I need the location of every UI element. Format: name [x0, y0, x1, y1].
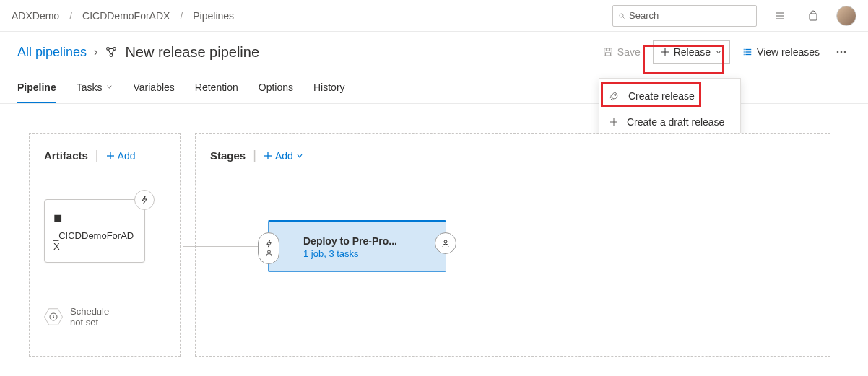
view-releases-button[interactable]: View releases — [734, 40, 828, 64]
canvas: Artifacts | Add ◆ _CICDDemoForADX Schedu… — [0, 104, 868, 376]
search-input[interactable] — [629, 10, 750, 21]
svg-point-21 — [841, 51, 843, 53]
artifact-card[interactable]: ◆ _CICDDemoForADX — [44, 199, 145, 263]
top-bar: ADXDemo / CICDDemoForADX / Pipelines — [0, 0, 868, 32]
schedule-label: Schedule not set — [70, 306, 113, 328]
avatar[interactable] — [836, 6, 856, 26]
rocket-icon — [609, 91, 620, 101]
plus-icon — [264, 152, 272, 160]
svg-point-32 — [444, 240, 447, 243]
all-pipelines-link[interactable]: All pipelines — [17, 45, 87, 60]
breadcrumb-section[interactable]: Pipelines — [193, 10, 234, 22]
search-box[interactable] — [612, 5, 757, 27]
breadcrumb-separator: / — [69, 10, 72, 22]
chevron-down-icon — [296, 152, 303, 159]
list-view-icon[interactable] — [770, 6, 790, 26]
stages-header: Stages | Add — [210, 148, 815, 163]
svg-point-7 — [113, 48, 116, 51]
svg-point-20 — [837, 51, 839, 53]
breadcrumb-separator: / — [180, 10, 183, 22]
breadcrumb: ADXDemo / CICDDemoForADX / Pipelines — [12, 10, 234, 22]
artifacts-header: Artifacts | Add — [44, 148, 165, 163]
clock-hex — [44, 307, 63, 326]
artifacts-panel: Artifacts | Add ◆ _CICDDemoForADX Schedu… — [29, 133, 181, 357]
svg-point-8 — [110, 54, 113, 57]
person-icon — [265, 249, 273, 257]
svg-rect-5 — [810, 14, 817, 20]
tab-options-label: Options — [259, 82, 293, 93]
more-icon — [836, 46, 847, 58]
release-label: Release — [674, 46, 711, 58]
svg-point-0 — [620, 14, 623, 17]
plus-icon — [106, 152, 115, 160]
artifacts-add-button[interactable]: Add — [106, 150, 136, 162]
tab-retention[interactable]: Retention — [195, 72, 238, 103]
trigger-badge[interactable] — [134, 190, 155, 210]
divider: | — [253, 148, 256, 163]
tab-history-label: History — [313, 82, 345, 93]
plus-icon — [661, 48, 669, 56]
svg-point-23 — [615, 94, 617, 96]
artifacts-title: Artifacts — [44, 149, 88, 162]
stage-title: Deploy to Pre-Pro... — [303, 235, 397, 247]
stage-content: Deploy to Pre-Pro... 1 job, 3 tasks — [303, 235, 397, 259]
chevron-down-icon — [106, 84, 113, 90]
shopping-bag-icon[interactable] — [803, 6, 823, 26]
svg-rect-10 — [606, 48, 609, 51]
stages-add-button[interactable]: Add — [264, 150, 303, 162]
artifacts-add-label: Add — [118, 150, 136, 162]
pipeline-title-text: New release pipeline — [125, 44, 259, 61]
artifact-name: _CICDDemoForADX — [53, 230, 136, 252]
pipeline-icon — [105, 45, 118, 58]
pre-deploy-conditions[interactable] — [258, 232, 279, 264]
stage-card[interactable]: Deploy to Pre-Pro... 1 job, 3 tasks — [268, 220, 446, 272]
release-button[interactable]: Release — [653, 40, 730, 64]
clock-icon — [49, 312, 58, 321]
save-button[interactable]: Save — [595, 40, 648, 64]
stages-title: Stages — [210, 149, 246, 162]
sub-header: All pipelines › New release pipeline Sav… — [0, 32, 868, 72]
lightning-icon — [265, 240, 273, 248]
tab-pipeline[interactable]: Pipeline — [17, 72, 56, 103]
svg-point-6 — [107, 48, 110, 51]
lightning-icon — [140, 196, 149, 204]
breadcrumb-project[interactable]: CICDDemoForADX — [82, 10, 170, 22]
post-deploy-conditions[interactable] — [435, 232, 456, 254]
tab-tasks[interactable]: Tasks — [77, 72, 113, 103]
save-label: Save — [617, 46, 641, 58]
more-button[interactable] — [832, 40, 851, 64]
tab-history[interactable]: History — [313, 72, 345, 103]
save-icon — [603, 47, 613, 57]
tab-variables-label: Variables — [133, 82, 174, 93]
topbar-right — [612, 5, 856, 27]
svg-point-22 — [844, 51, 846, 53]
tab-tasks-label: Tasks — [77, 82, 103, 93]
divider: | — [95, 148, 99, 163]
list-icon — [742, 47, 752, 57]
stage-tasks-link[interactable]: 1 job, 3 tasks — [303, 248, 397, 259]
sub-right: Save Release View releases Create releas… — [595, 40, 851, 64]
connector-line — [183, 246, 268, 247]
tab-retention-label: Retention — [195, 82, 238, 93]
git-icon: ◆ — [49, 209, 67, 227]
breadcrumb-org[interactable]: ADXDemo — [12, 10, 59, 22]
sub-left: All pipelines › New release pipeline — [17, 44, 259, 61]
search-icon — [619, 11, 625, 21]
tab-pipeline-label: Pipeline — [17, 82, 56, 93]
create-release-label: Create release — [628, 90, 695, 102]
chevron-down-icon — [715, 48, 722, 56]
pipeline-title: New release pipeline — [105, 44, 259, 61]
svg-line-1 — [623, 17, 625, 18]
tab-variables[interactable]: Variables — [133, 72, 174, 103]
person-icon — [441, 239, 450, 248]
svg-rect-11 — [605, 53, 610, 56]
chevron-right-icon: › — [94, 45, 97, 58]
tab-options[interactable]: Options — [259, 72, 293, 103]
svg-point-31 — [267, 250, 270, 253]
stages-panel: Stages | Add Deploy to Pre-Pro... 1 job,… — [195, 133, 830, 357]
schedule-row[interactable]: Schedule not set — [44, 306, 165, 328]
stages-add-label: Add — [275, 150, 293, 162]
view-releases-label: View releases — [757, 46, 820, 58]
